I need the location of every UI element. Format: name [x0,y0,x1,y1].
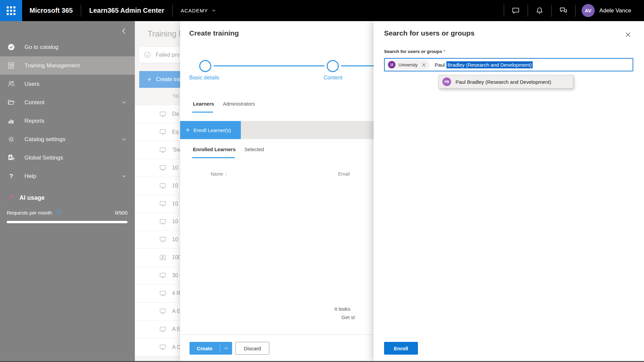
create-options-button[interactable] [220,346,232,351]
ai-usage-label: AI usage [19,194,45,201]
learners-subtabs: Enrolled Learners Selected [193,146,264,152]
monitor-icon [159,307,167,315]
row-title: A C [172,344,181,350]
close-icon [422,63,426,67]
monitor-icon [159,272,167,279]
page-title: Training M [148,29,185,39]
tab-administrators[interactable]: Administrators [223,101,255,107]
help-icon: ? [7,173,16,180]
people-picker-input[interactable]: U University Paul Bradley (Research and … [384,58,633,71]
ai-usage-row[interactable]: AI usage [0,192,135,203]
top-bar: Microsoft 365 Learn365 Admin Center ACAD… [0,0,644,21]
admin-center-title[interactable]: Learn365 Admin Center [89,7,164,14]
bar-chart-icon [7,116,16,125]
tab-learners[interactable]: Learners [193,101,214,107]
sidebar-item-help[interactable]: ? Help [0,167,135,185]
sidebar-item-label: Go to catalog [24,44,58,51]
group-icon [159,254,167,261]
sidebar-item-global-settings[interactable]: Global Settings [0,148,135,167]
topbar-divider [551,5,552,17]
ai-usage-section: AI usage Requests per month 0/500 [0,192,135,223]
user-name: Adele Vance [599,7,631,14]
requests-progress-bar [7,221,127,223]
monitor-icon [159,110,167,118]
sidebar-item-label: Content [24,99,45,106]
plus-icon: + [147,75,151,83]
topbar-divider [528,5,528,17]
wizard-step-basic-details[interactable] [199,60,211,72]
wizard-step-label[interactable]: Content [321,75,345,81]
sidebar-item-label: Catalog settings [24,136,65,143]
sidebar-item-go-to-catalog[interactable]: Go to catalog [0,38,135,56]
group-avatar: U [388,61,395,68]
create-split-button[interactable]: Create [190,342,232,355]
active-subtab-underline [192,157,235,158]
chevron-down-icon [120,173,127,181]
row-title: 30 [172,273,178,279]
person-avatar: PB [442,77,451,86]
enroll-button-label: Enroll [394,346,408,351]
enroll-learners-label: Enroll Learner(s) [194,127,231,133]
panel-title: Search for users or groups [384,29,475,37]
selected-group-chip[interactable]: U University [387,60,430,69]
sidebar-item-content[interactable]: Content [0,93,135,112]
account-menu[interactable]: AV Adele Vance [582,4,631,17]
create-training-label: Create tra [156,76,180,82]
tenant-selector[interactable]: ACADEMY [181,8,216,13]
wizard-step-label[interactable]: Basic details [189,75,219,81]
bell-icon [535,6,544,15]
sidebar-nav: Go to catalog Training Management Users … [0,38,135,185]
notifications-button[interactable] [529,0,551,21]
folder-icon [7,98,16,107]
search-field-label: Search for users or groups* [384,49,445,54]
suggestion-item[interactable]: PB Paul Bradley (Research and Developmen… [438,75,573,88]
footer-divider [180,335,374,335]
sad-face-icon [144,51,151,59]
enroll-button[interactable]: Enroll [384,342,418,355]
sidebar-item-label: Help [24,173,36,180]
monitor-icon [159,182,167,190]
waffle-icon [7,6,15,15]
feedback-button[interactable] [552,0,575,21]
topbar-divider [81,5,81,17]
typed-query: Paul [435,62,445,68]
column-header-email[interactable]: Email [338,171,350,177]
close-panel-button[interactable] [623,30,633,39]
product-name[interactable]: Microsoft 365 [30,7,73,14]
chevron-down-icon [120,99,127,107]
sidebar-item-users[interactable]: Users [0,75,135,93]
create-button-label: Create [190,346,220,351]
discard-button[interactable]: Discard [235,342,269,355]
row-title: 4 R [172,290,180,296]
enroll-learners-button[interactable]: + Enroll Learner(s) [180,121,241,139]
chat-icon [511,6,520,15]
topbar-divider [575,5,576,17]
global-settings-icon [7,153,16,162]
app-launcher-button[interactable] [0,0,22,21]
sidebar-collapse-button[interactable] [118,25,130,37]
chevron-left-icon [120,27,128,36]
users-icon [7,79,16,88]
ai-requests-row: Requests per month 0/500 [0,209,135,216]
monitor-icon [159,290,167,297]
column-header-name[interactable]: Name↑ [211,171,227,177]
subtab-enrolled-learners[interactable]: Enrolled Learners [193,146,236,152]
sidebar-item-catalog-settings[interactable]: Catalog settings [0,130,135,148]
chat-button[interactable] [505,0,527,21]
sidebar-item-reports[interactable]: Reports [0,112,135,130]
monitor-icon [159,164,167,172]
info-icon[interactable] [55,209,62,216]
avatar: AV [582,4,595,17]
title-column-header[interactable]: Titl [172,94,178,99]
wizard-step-content[interactable] [327,60,339,72]
row-title: A E [172,326,180,332]
remove-chip-button[interactable] [421,62,427,68]
gear-icon [7,135,16,144]
row-title: 10 [172,237,178,243]
suggestion-label: Paul Bradley (Research and Development) [455,79,551,85]
monitor-icon [159,325,167,333]
learners-toolbar: + Enroll Learner(s) [180,121,374,139]
topbar-actions: AV Adele Vance [503,0,644,21]
subtab-selected[interactable]: Selected [245,146,264,152]
sidebar-item-training-management[interactable]: Training Management [0,56,135,75]
